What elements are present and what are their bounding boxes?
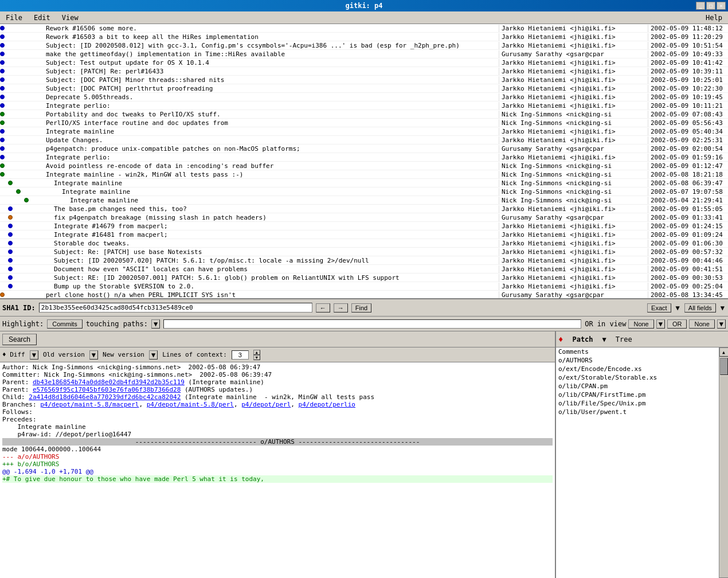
- lines-up[interactable]: ▲: [253, 350, 260, 355]
- lines-input[interactable]: [232, 350, 249, 360]
- table-row[interactable]: Subject: RE: [ID 20020507.001] PATCH: 5.…: [0, 274, 728, 282]
- commit-message: Document how even "ASCII" locales can ha…: [46, 265, 499, 273]
- sha-find-button[interactable]: Find: [351, 303, 371, 313]
- sha-bar: SHA1 ID: ← → Find Exact ▼ All fields ▼: [0, 299, 728, 317]
- scroll-up-arrow[interactable]: ▲: [719, 347, 729, 357]
- table-row[interactable]: Document how even "ASCII" locales can ha…: [0, 265, 728, 274]
- maximize-button[interactable]: □: [706, 2, 715, 10]
- search-button[interactable]: Search: [2, 334, 37, 345]
- table-row[interactable]: Subject: [PATCH] Re: perl#16433Jarkko Hi…: [0, 67, 728, 76]
- table-row[interactable]: Rework #16506 some more.Jarkko Hietaniem…: [0, 24, 728, 33]
- sha-allfields-button[interactable]: All fields: [684, 303, 716, 313]
- table-row[interactable]: Update Changes.Jarkko Hietaniemi <jhi@ik…: [0, 136, 728, 144]
- table-row[interactable]: p4genpatch: produce unix-compatible patc…: [0, 144, 728, 153]
- list-item[interactable]: o/lib/User/pwent.t: [556, 408, 719, 416]
- highlight-commits-button[interactable]: Commits: [47, 319, 82, 329]
- menu-view[interactable]: View: [58, 13, 82, 22]
- list-item[interactable]: o/ext/Encode/Encode.xs: [556, 365, 719, 373]
- commit-message: Subject: [ID 20020507.020] PATCH: 5.6.1:…: [46, 257, 499, 264]
- table-row[interactable]: Integrate mainlineNick Ing-Simmons <nick…: [0, 188, 728, 196]
- branch-link[interactable]: p4/depot/perl: [241, 401, 291, 408]
- table-row[interactable]: PerlIO/XS interface routine and doc upda…: [0, 119, 728, 127]
- patch-tab[interactable]: Patch: [567, 334, 597, 345]
- diff-arrow[interactable]: ▼: [30, 350, 38, 360]
- highlight-path-input[interactable]: [163, 319, 581, 329]
- table-row[interactable]: Subject: [ID 20020507.020] PATCH: 5.6.1:…: [0, 256, 728, 265]
- sha-input[interactable]: [39, 303, 312, 313]
- branch-link[interactable]: p4/depot/perlio: [299, 401, 355, 408]
- highlight-or-button[interactable]: OR: [667, 319, 687, 329]
- highlight-none1-button[interactable]: None: [628, 319, 653, 329]
- table-row[interactable]: perl_clone_host() n/a when PERL_IMPLICIT…: [0, 291, 728, 299]
- branch-link[interactable]: p4/depot/maint-5.8/macperl: [40, 401, 139, 408]
- sha-exact-arrow[interactable]: ▼: [675, 304, 681, 312]
- table-row[interactable]: Bump up the Storable $VERSION to 2.0.Jar…: [0, 282, 728, 291]
- list-item[interactable]: o/lib/CPAN.pm: [556, 382, 719, 390]
- none1-arrow[interactable]: ▼: [656, 319, 665, 329]
- list-item[interactable]: o/ext/Storable/Storable.xs: [556, 373, 719, 382]
- table-row[interactable]: Integrate mainline - win2k, MinGW all te…: [0, 170, 728, 179]
- commit-date: 2002-05-09 10:19:45: [648, 93, 728, 101]
- lines-spinner[interactable]: ▲ ▼: [253, 350, 260, 360]
- list-item[interactable]: o/AUTHORS: [556, 356, 719, 365]
- commit-graph: [0, 67, 46, 75]
- diff-line: Branches: p4/depot/maint-5.8/macperl, p4…: [2, 401, 553, 408]
- commit-author: Jarkko Hietaniemi <jhi@iki.fi>: [499, 222, 648, 230]
- commit-graph: [0, 282, 46, 290]
- sha-exact-button[interactable]: Exact: [647, 303, 671, 313]
- scroll-thumb[interactable]: [720, 358, 728, 375]
- table-row[interactable]: Subject: Re: [PATCH] use base NotexistsJ…: [0, 248, 728, 256]
- menu-help[interactable]: Help: [702, 13, 726, 22]
- sha-prev-button[interactable]: ←: [316, 303, 330, 313]
- old-version-arrow[interactable]: ▼: [89, 350, 98, 360]
- table-row[interactable]: The base.pm changes need this, too?Jarkk…: [0, 205, 728, 213]
- tree-tab[interactable]: Tree: [611, 334, 637, 345]
- menu-file[interactable]: File: [2, 13, 26, 22]
- list-item[interactable]: o/lib/File/Spec/Unix.pm: [556, 399, 719, 408]
- commit-hash-link[interactable]: db43e186854b74a0dd8e02db4fd3942d2b35c119: [33, 378, 185, 386]
- table-row[interactable]: Integrate mainlineJarkko Hietaniemi <jhi…: [0, 127, 728, 136]
- diff-content[interactable]: Author: Nick Ing-Simmons <nick@ing-simmo…: [0, 362, 555, 578]
- highlight-none2-button[interactable]: None: [689, 319, 714, 329]
- list-item[interactable]: o/lib/CPAN/FirstTime.pm: [556, 390, 719, 399]
- commit-list[interactable]: Rework #16506 some more.Jarkko Hietaniem…: [0, 24, 728, 299]
- table-row[interactable]: Rework #16503 a bit to keep all the HiRe…: [0, 33, 728, 41]
- none2-arrow[interactable]: ▼: [717, 319, 726, 329]
- patch-arrow[interactable]: ▼: [602, 335, 606, 343]
- lines-down[interactable]: ▼: [253, 355, 260, 360]
- table-row[interactable]: Integrate #16481 from macperl;Jarkko Hie…: [0, 231, 728, 239]
- table-row[interactable]: Portability and doc tweaks to PerlIO/XS …: [0, 110, 728, 119]
- scroll-track[interactable]: [720, 376, 728, 577]
- table-row[interactable]: Subject: [ID 20020508.012] with gcc-3.1,…: [0, 41, 728, 50]
- commit-date: 2002-05-07 19:07:58: [648, 188, 728, 196]
- table-row[interactable]: Integrate mainlineNick Ing-Simmons <nick…: [0, 179, 728, 188]
- table-row[interactable]: Subject: [DOC PATCH] perlthrtut proofrea…: [0, 84, 728, 93]
- table-row[interactable]: Integrate mainlineNick Ing-Simmons <nick…: [0, 196, 728, 205]
- diff-line: Child: 2a414d8d18d6046e8a770239df2d6bc42…: [2, 393, 553, 401]
- table-row[interactable]: Integrate perlio:Jarkko Hietaniemi <jhi@…: [0, 153, 728, 162]
- table-row[interactable]: Storable doc tweaks.Jarkko Hietaniemi <j…: [0, 239, 728, 248]
- new-version-arrow[interactable]: ▼: [149, 350, 158, 360]
- table-row[interactable]: Subject: [DOC PATCH] Minor threads::shar…: [0, 76, 728, 84]
- close-button[interactable]: ✕: [717, 2, 726, 10]
- menu-edit[interactable]: Edit: [30, 13, 54, 22]
- table-row[interactable]: Avoid pointless re-encode of data in :en…: [0, 162, 728, 170]
- commit-hash-link[interactable]: 2a414d8d18d6046e8a770239df2d6bc42ca82042: [29, 393, 181, 401]
- table-row[interactable]: Deprecate 5.005threads.Jarkko Hietaniemi…: [0, 93, 728, 101]
- touching-arrow[interactable]: ▼: [151, 319, 160, 329]
- commit-message: perl_clone_host() n/a when PERL_IMPLICIT…: [46, 291, 499, 299]
- commit-hash-link[interactable]: e576569f95c17045bf603e76fa06f38b7366d28: [33, 386, 181, 393]
- commit-dot: [0, 52, 5, 56]
- commit-author: Jarkko Hietaniemi <jhi@iki.fi>: [499, 25, 648, 32]
- table-row[interactable]: make the gettimeofday() implementation i…: [0, 50, 728, 58]
- list-item[interactable]: Comments: [556, 347, 719, 356]
- sha-next-button[interactable]: →: [334, 303, 348, 313]
- sha-allfields-arrow[interactable]: ▼: [719, 304, 726, 312]
- minimize-button[interactable]: _: [696, 2, 705, 10]
- table-row[interactable]: fix p4genpatch breakage (missing slash i…: [0, 213, 728, 222]
- branch-link[interactable]: p4/depot/maint-5.8/perl: [147, 401, 234, 408]
- table-row[interactable]: Integrate #14679 from macperl;Jarkko Hie…: [0, 222, 728, 231]
- table-row[interactable]: Subject: Test output update for OS X 10.…: [0, 58, 728, 67]
- right-scrollbar[interactable]: ▲ ▼: [719, 347, 728, 578]
- table-row[interactable]: Integrate perlio:Jarkko Hietaniemi <jhi@…: [0, 101, 728, 110]
